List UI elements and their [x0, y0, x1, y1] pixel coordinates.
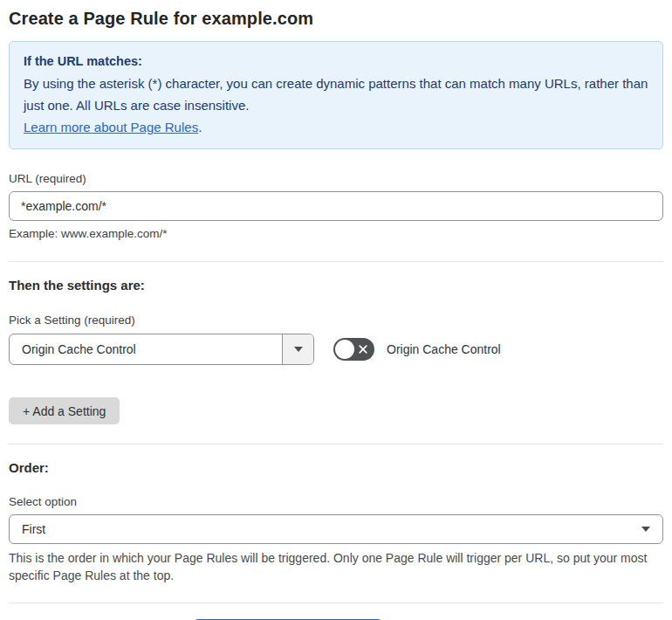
setting-select-value: Origin Cache Control	[10, 342, 282, 356]
page-title: Create a Page Rule for example.com	[9, 5, 663, 31]
info-box-body: By using the asterisk (*) character, you…	[24, 72, 648, 116]
url-field-label: URL (required)	[9, 170, 663, 188]
learn-more-link[interactable]: Learn more about Page Rules	[24, 120, 198, 134]
setting-select[interactable]: Origin Cache Control	[9, 334, 314, 365]
create-page-rule-panel: Create a Page Rule for example.com If th…	[0, 0, 672, 620]
order-helper-text: This is the order in which your Page Rul…	[9, 549, 663, 584]
divider	[9, 261, 663, 262]
order-select-value: First	[10, 522, 641, 536]
divider	[9, 603, 663, 603]
url-match-info-box: If the URL matches: By using the asteris…	[9, 41, 663, 149]
chevron-down-icon	[294, 347, 303, 352]
info-box-heading: If the URL matches:	[24, 51, 648, 72]
order-select[interactable]: First	[9, 514, 663, 544]
toggle-knob	[335, 340, 354, 359]
info-link-suffix: .	[198, 120, 202, 134]
chevron-down-icon	[641, 527, 650, 532]
x-icon	[358, 344, 368, 355]
add-setting-button[interactable]: + Add a Setting	[9, 397, 120, 424]
order-select-label: Select option	[9, 493, 663, 511]
setting-select-arrow-button[interactable]	[282, 334, 313, 364]
pick-setting-label: Pick a Setting (required)	[9, 312, 663, 329]
settings-section-heading: Then the settings are:	[9, 276, 663, 295]
toggle-label: Origin Cache Control	[387, 342, 501, 356]
info-link-line: Learn more about Page Rules.	[24, 116, 648, 138]
url-example-text: Example: www.example.com/*	[9, 225, 663, 242]
url-input[interactable]	[9, 191, 663, 221]
order-section-heading: Order:	[9, 458, 663, 478]
divider	[9, 444, 663, 444]
setting-row: Origin Cache Control Origin Cache Contro…	[9, 334, 663, 365]
origin-cache-control-toggle[interactable]	[333, 338, 374, 361]
